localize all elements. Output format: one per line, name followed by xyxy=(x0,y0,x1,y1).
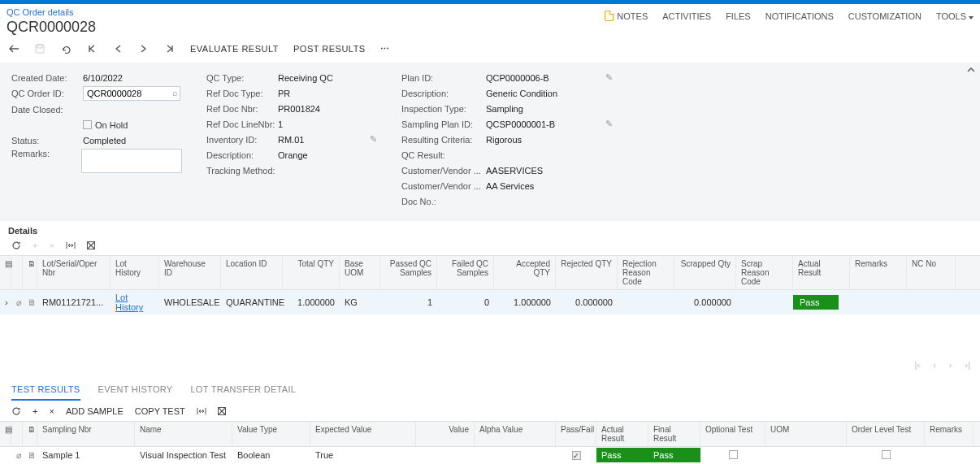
col-doc: 🗎 xyxy=(23,422,37,446)
refresh-icon[interactable] xyxy=(11,406,21,416)
col-remarks[interactable]: Remarks xyxy=(850,256,907,289)
svg-rect-1 xyxy=(37,45,42,48)
search-icon[interactable]: ⌕ xyxy=(172,88,178,98)
pager-next-icon[interactable]: › xyxy=(949,360,952,370)
ref-doc-nbr-value: PR001824 xyxy=(278,104,320,114)
inventory-id-label: Inventory ID: xyxy=(206,135,278,145)
breadcrumb[interactable]: QC Order details xyxy=(7,7,96,17)
col-remarks2[interactable]: Remarks xyxy=(925,422,973,446)
cell-actual: Pass xyxy=(596,448,648,462)
pencil-icon[interactable]: ✎ xyxy=(370,134,377,145)
expand-icon[interactable]: › xyxy=(0,295,11,310)
tools-button[interactable]: TOOLS xyxy=(936,11,973,21)
delete-row-icon[interactable]: × xyxy=(49,406,54,416)
undo-icon[interactable] xyxy=(60,43,72,54)
add-sample-button[interactable]: ADD SAMPLE xyxy=(66,406,124,416)
col-name[interactable]: Name xyxy=(135,422,232,446)
first-icon[interactable] xyxy=(86,43,98,54)
expand-icon[interactable] xyxy=(0,453,11,457)
col-order-level[interactable]: Order Level Test xyxy=(847,422,925,446)
post-results-button[interactable]: POST RESULTS xyxy=(293,44,366,54)
evaluate-result-button[interactable]: EVALUATE RESULT xyxy=(190,44,279,54)
notes-button[interactable]: NOTES xyxy=(605,11,648,21)
col-total-qty[interactable]: Total QTY xyxy=(283,256,340,289)
pencil-icon[interactable]: ✎ xyxy=(605,72,613,83)
col-passed[interactable]: Passed QC Samples xyxy=(380,256,437,289)
doc-icon[interactable]: 🗎 xyxy=(23,448,37,462)
on-hold-checkbox[interactable] xyxy=(83,120,92,129)
qc-order-id-input[interactable] xyxy=(83,86,180,101)
col-actual[interactable]: Actual Result xyxy=(793,256,850,289)
remarks-input[interactable] xyxy=(81,149,182,173)
customization-button[interactable]: CUSTOMIZATION xyxy=(848,11,921,21)
add-row-icon[interactable]: + xyxy=(33,241,37,250)
col-alpha[interactable]: Alpha Value xyxy=(475,422,556,446)
sampling-plan-value: QCSP0000001-B xyxy=(486,119,555,129)
pager-last-icon[interactable]: ›| xyxy=(965,360,970,370)
copy-test-button[interactable]: COPY TEST xyxy=(135,406,185,416)
delete-row-icon[interactable]: × xyxy=(49,241,54,250)
doc-icon[interactable]: 🗎 xyxy=(23,295,37,310)
tests-row[interactable]: ⌀🗎Sample 1Visual Inspection TestBooleanT… xyxy=(0,447,980,463)
fit-columns-icon[interactable] xyxy=(197,407,206,415)
files-button[interactable]: FILES xyxy=(726,11,751,21)
col-rej-reason[interactable]: Rejection Reason Code xyxy=(618,256,674,289)
col-attach xyxy=(11,422,23,446)
optional-checkbox[interactable] xyxy=(729,450,738,459)
fit-columns-icon[interactable] xyxy=(66,241,76,249)
col-expected[interactable]: Expected Value xyxy=(310,422,416,446)
col-value-type[interactable]: Value Type xyxy=(232,422,310,446)
save-icon[interactable] xyxy=(34,43,46,54)
cust-vendor-name-label: Customer/Vendor ... xyxy=(401,181,486,191)
more-actions-icon[interactable]: ⋯ xyxy=(380,44,390,54)
last-icon[interactable] xyxy=(164,43,176,54)
col-actual[interactable]: Actual Result xyxy=(596,422,648,446)
pager-first-icon[interactable]: |‹ xyxy=(915,360,921,370)
export-icon[interactable] xyxy=(87,241,95,249)
col-history[interactable]: Lot History xyxy=(111,256,159,289)
attach-icon[interactable]: ⌀ xyxy=(11,448,23,463)
back-icon[interactable] xyxy=(8,43,20,54)
col-passfail[interactable]: Pass/Fail xyxy=(556,422,596,446)
header: QC Order details QCR0000028 NOTES ACTIVI… xyxy=(0,4,980,37)
add-row-icon[interactable]: + xyxy=(33,406,37,416)
next-icon[interactable] xyxy=(138,43,150,54)
details-row[interactable]: › ⌀ 🗎 RM01121721... Lot History WHOLESAL… xyxy=(0,290,980,314)
attach-icon[interactable]: ⌀ xyxy=(11,295,23,310)
tab-lot-transfer[interactable]: LOT TRANSFER DETAIL xyxy=(190,379,296,401)
col-scrapped[interactable]: Scrapped Qty xyxy=(674,256,736,289)
description3-value: Generic Condition xyxy=(486,89,557,98)
col-sampling-nbr[interactable]: Sampling Nbr xyxy=(37,422,135,446)
order-level-checkbox[interactable] xyxy=(882,450,891,459)
tab-test-results[interactable]: TEST RESULTS xyxy=(11,379,80,401)
col-nc[interactable]: NC No xyxy=(907,256,956,289)
col-lot[interactable]: Lot/Serial/Oper Nbr xyxy=(37,256,111,289)
tab-event-history[interactable]: EVENT HISTORY xyxy=(98,379,173,401)
export-icon[interactable] xyxy=(218,407,226,415)
col-attach xyxy=(11,256,23,289)
notifications-button[interactable]: NOTIFICATIONS xyxy=(765,11,834,21)
tests-grid: ▤ 🗎 Sampling Nbr Name Value Type Expecte… xyxy=(0,421,980,464)
col-rejected[interactable]: Rejected QTY xyxy=(556,256,618,289)
activities-button[interactable]: ACTIVITIES xyxy=(662,11,711,21)
col-base-uom[interactable]: Base UOM xyxy=(340,256,380,289)
col-location[interactable]: Location ID xyxy=(221,256,283,289)
prev-icon[interactable] xyxy=(112,43,124,54)
col-scrap-reason[interactable]: Scrap Reason Code xyxy=(736,256,793,289)
lot-history-link[interactable]: Lot History xyxy=(115,293,143,312)
resulting-criteria-value: Rigorous xyxy=(486,135,522,145)
col-failed[interactable]: Failed QC Samples xyxy=(437,256,494,289)
col-warehouse[interactable]: Warehouse ID xyxy=(159,256,221,289)
refresh-icon[interactable] xyxy=(11,241,21,250)
col-final[interactable]: Final Result xyxy=(648,422,700,446)
passfail-checkbox[interactable]: ✓ xyxy=(572,451,581,460)
col-value[interactable]: Value xyxy=(416,422,475,446)
col-optional[interactable]: Optional Test xyxy=(700,422,765,446)
inspection-type-value: Sampling xyxy=(486,104,523,114)
pencil-icon[interactable]: ✎ xyxy=(605,119,613,129)
chevron-up-icon[interactable] xyxy=(967,67,975,72)
tools-label: TOOLS xyxy=(936,11,966,21)
col-accepted[interactable]: Accepted QTY xyxy=(494,256,556,289)
pager-prev-icon[interactable]: ‹ xyxy=(933,360,936,370)
col-uom[interactable]: UOM xyxy=(765,422,847,446)
